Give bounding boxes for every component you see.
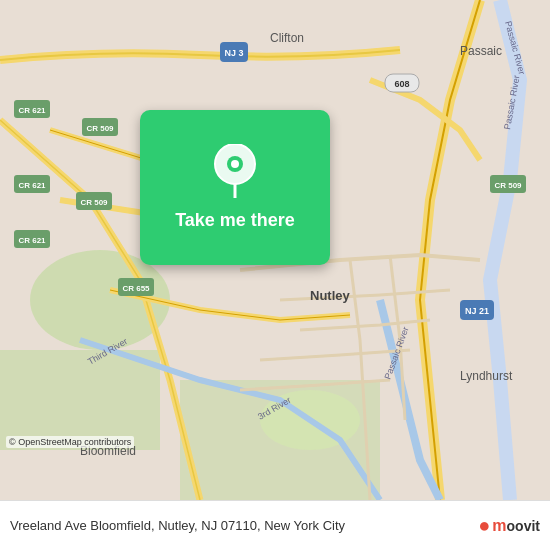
svg-text:NJ 21: NJ 21 bbox=[465, 306, 489, 316]
moovit-logo: ● moovit bbox=[478, 514, 540, 537]
svg-text:608: 608 bbox=[394, 79, 409, 89]
info-bar: Vreeland Ave Bloomfield, Nutley, NJ 0711… bbox=[0, 500, 550, 550]
address-text: Vreeland Ave Bloomfield, Nutley, NJ 0711… bbox=[10, 518, 478, 533]
take-me-there-label: Take me there bbox=[175, 210, 295, 231]
svg-text:CR 655: CR 655 bbox=[122, 284, 150, 293]
svg-text:CR 621: CR 621 bbox=[18, 106, 46, 115]
osm-credit-text: © OpenStreetMap contributors bbox=[9, 437, 131, 447]
location-pin-icon bbox=[213, 144, 257, 198]
svg-text:Passaic: Passaic bbox=[460, 44, 502, 58]
osm-credit: © OpenStreetMap contributors bbox=[6, 436, 134, 448]
take-me-there-button[interactable]: Take me there bbox=[140, 110, 330, 265]
svg-text:CR 509: CR 509 bbox=[494, 181, 522, 190]
svg-point-38 bbox=[231, 160, 239, 168]
svg-text:Lyndhurst: Lyndhurst bbox=[460, 369, 513, 383]
svg-text:CR 509: CR 509 bbox=[80, 198, 108, 207]
moovit-icon: ● bbox=[478, 514, 490, 537]
svg-rect-2 bbox=[0, 350, 160, 450]
map-container: NJ 3 CR 621 CR 621 CR 621 CR 509 CR 509 … bbox=[0, 0, 550, 500]
svg-text:CR 621: CR 621 bbox=[18, 181, 46, 190]
svg-text:CR 509: CR 509 bbox=[86, 124, 114, 133]
svg-text:CR 621: CR 621 bbox=[18, 236, 46, 245]
svg-text:Clifton: Clifton bbox=[270, 31, 304, 45]
moovit-logo-text: moovit bbox=[492, 517, 540, 535]
svg-text:Nutley: Nutley bbox=[310, 288, 351, 303]
svg-text:NJ 3: NJ 3 bbox=[224, 48, 243, 58]
